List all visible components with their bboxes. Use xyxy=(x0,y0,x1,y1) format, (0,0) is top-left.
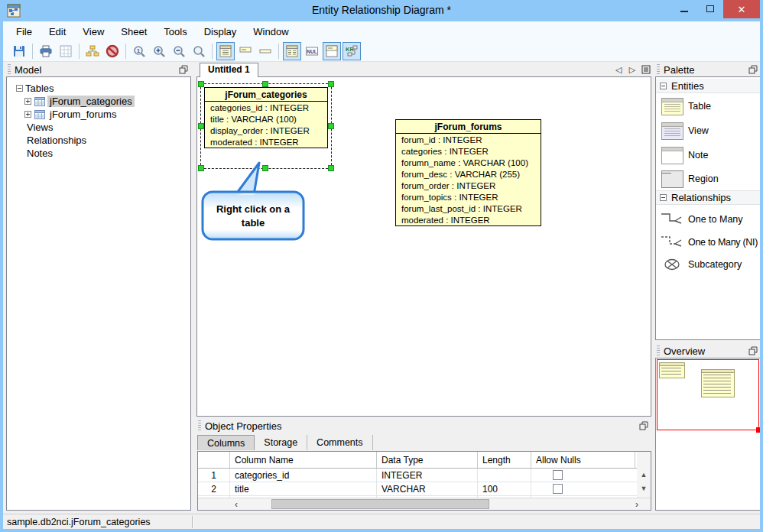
palette-section-relationships[interactable]: Relationships xyxy=(656,190,760,205)
scroll-down-icon[interactable]: ▼ xyxy=(638,482,650,495)
view-columns-icon[interactable] xyxy=(283,42,301,60)
zoom-in-icon[interactable] xyxy=(150,42,168,60)
selection-handle-e[interactable] xyxy=(328,123,334,129)
selection-handle-se[interactable] xyxy=(328,165,334,171)
selection-handle-n[interactable] xyxy=(262,81,268,87)
palette-panel-header[interactable]: Palette xyxy=(655,63,761,76)
cell-data-type[interactable]: VARCHAR xyxy=(377,482,478,495)
tab-untitled-1[interactable]: Untitled 1 xyxy=(200,63,258,77)
status-divider xyxy=(192,516,193,528)
tree-node-tables[interactable]: Tables xyxy=(16,82,135,95)
tab-columns[interactable]: Columns xyxy=(197,435,255,450)
palette-item-one-to-many[interactable]: One to Many xyxy=(656,208,760,231)
selection-handle-ne[interactable] xyxy=(328,81,334,87)
view-nullable-icon[interactable]: NUL xyxy=(303,42,321,60)
tree-node-views-label[interactable]: Views xyxy=(24,122,55,133)
tab-comments[interactable]: Comments xyxy=(307,435,372,450)
menu-display[interactable]: Display xyxy=(196,23,245,41)
palette-item-subcategory[interactable]: Subcategory xyxy=(656,253,760,276)
view-minimal-icon[interactable] xyxy=(256,42,274,60)
cell-column-name[interactable]: categories_id xyxy=(230,469,377,482)
menu-tools[interactable]: Tools xyxy=(155,23,195,41)
callout-bubble[interactable]: Right click on a table xyxy=(197,160,313,245)
model-tree: Tables jForum_categoriesjForum_forums Vi… xyxy=(16,82,135,160)
scroll-right-icon[interactable]: › xyxy=(631,498,643,511)
float-panel-icon[interactable] xyxy=(179,65,188,74)
grid-row[interactable]: 1categories_idINTEGER xyxy=(198,469,651,482)
entity-jforum-categories[interactable]: jForum_categories categories_id : INTEGE… xyxy=(204,87,328,148)
menu-file[interactable]: File xyxy=(8,23,41,41)
view-compact-icon[interactable] xyxy=(236,42,255,60)
title-bar[interactable]: Entity Relationship Diagram * ✕ xyxy=(0,0,763,21)
menu-edit[interactable]: Edit xyxy=(41,23,74,41)
zoom-out-icon[interactable] xyxy=(170,42,188,60)
tree-node-relationships[interactable]: Relationships xyxy=(16,134,135,147)
tree-node-jForum_forums[interactable]: jForum_forums xyxy=(16,108,135,121)
tree-node-views[interactable]: Views xyxy=(16,121,135,134)
palette-item-note[interactable]: Note xyxy=(656,144,760,167)
tree-node-notes[interactable]: Notes xyxy=(16,147,135,160)
cell-length[interactable]: 100 xyxy=(478,482,531,495)
entity-jforum-forums[interactable]: jForum_forums forum_id : INTEGERcategori… xyxy=(395,119,541,226)
tree-node-tables-label[interactable]: Tables xyxy=(23,83,57,94)
save-icon[interactable] xyxy=(10,42,28,60)
auto-layout-icon[interactable] xyxy=(83,42,102,60)
grid-row[interactable]: 2titleVARCHAR100 xyxy=(198,482,651,496)
cell-data-type[interactable]: INTEGER xyxy=(377,469,478,482)
tab-scroll-right-icon[interactable]: ▷ xyxy=(627,64,638,75)
properties-panel-header[interactable]: Object Properties xyxy=(196,419,651,433)
tree-node-jForum_categories[interactable]: jForum_categories xyxy=(16,95,135,108)
tab-scroll-left-icon[interactable]: ◁ xyxy=(613,64,624,75)
collapse-icon[interactable] xyxy=(660,83,667,89)
tab-list-icon[interactable] xyxy=(641,64,651,75)
menu-view[interactable]: View xyxy=(74,23,112,41)
menu-window[interactable]: Window xyxy=(245,23,297,41)
diagram-canvas[interactable]: jForum_categories categories_id : INTEGE… xyxy=(196,76,651,417)
tab-storage[interactable]: Storage xyxy=(255,435,307,450)
minimize-button[interactable] xyxy=(671,0,697,17)
selection-handle-nw[interactable] xyxy=(198,81,204,87)
view-keys-icon[interactable]: KR xyxy=(343,42,361,60)
cancel-icon[interactable] xyxy=(103,42,122,60)
float-panel-icon[interactable] xyxy=(748,65,758,74)
model-panel-header[interactable]: Model xyxy=(6,63,191,76)
zoom-actual-icon[interactable]: 1 xyxy=(130,42,148,60)
svg-text:1: 1 xyxy=(137,48,140,54)
allow-nulls-checkbox[interactable] xyxy=(553,470,563,480)
close-button[interactable]: ✕ xyxy=(723,0,760,18)
entity-columns: categories_id : INTEGERtitle : VARCHAR (… xyxy=(205,102,327,148)
cell-column-name[interactable]: title xyxy=(230,482,377,495)
grid-horizontal-scrollbar[interactable]: ‹ › xyxy=(198,498,651,510)
grid-vertical-scrollbar[interactable]: ▲ ▼ xyxy=(637,452,651,498)
collapse-icon[interactable] xyxy=(16,85,23,92)
scroll-left-icon[interactable]: ‹ xyxy=(230,498,242,511)
palette-item-region[interactable]: Region xyxy=(656,167,760,190)
page-grid-icon[interactable] xyxy=(57,42,75,60)
palette-item-view[interactable]: View xyxy=(656,119,760,142)
palette-item-table[interactable]: Table xyxy=(656,95,760,118)
maximize-button[interactable] xyxy=(697,0,723,17)
print-icon[interactable] xyxy=(37,42,55,60)
scroll-up-icon[interactable]: ▲ xyxy=(638,469,650,481)
expand-icon[interactable] xyxy=(24,111,31,118)
palette-item-one-to-many-ni[interactable]: One to Many (NI) xyxy=(656,231,760,254)
scrollbar-thumb[interactable] xyxy=(271,499,489,509)
tree-node-label[interactable]: jForum_forums xyxy=(47,109,119,120)
overview-panel-header[interactable]: Overview xyxy=(655,344,761,358)
grid-header-length: Length xyxy=(478,452,531,468)
collapse-icon[interactable] xyxy=(660,194,667,201)
tree-node-notes-label[interactable]: Notes xyxy=(24,148,55,159)
expand-icon[interactable] xyxy=(24,98,31,105)
palette-section-entities[interactable]: Entities xyxy=(656,79,760,93)
view-header-icon[interactable] xyxy=(323,42,341,60)
allow-nulls-checkbox[interactable] xyxy=(553,484,563,494)
view-attributes-icon[interactable] xyxy=(216,42,235,60)
cell-length[interactable] xyxy=(478,469,531,482)
tree-node-label[interactable]: jForum_categories xyxy=(47,96,135,107)
selection-handle-w[interactable] xyxy=(198,123,204,129)
zoom-icon[interactable] xyxy=(190,42,208,60)
menu-sheet[interactable]: Sheet xyxy=(112,23,155,41)
float-panel-icon[interactable] xyxy=(748,346,758,355)
tree-node-relationships-label[interactable]: Relationships xyxy=(24,135,89,146)
float-panel-icon[interactable] xyxy=(639,421,648,430)
